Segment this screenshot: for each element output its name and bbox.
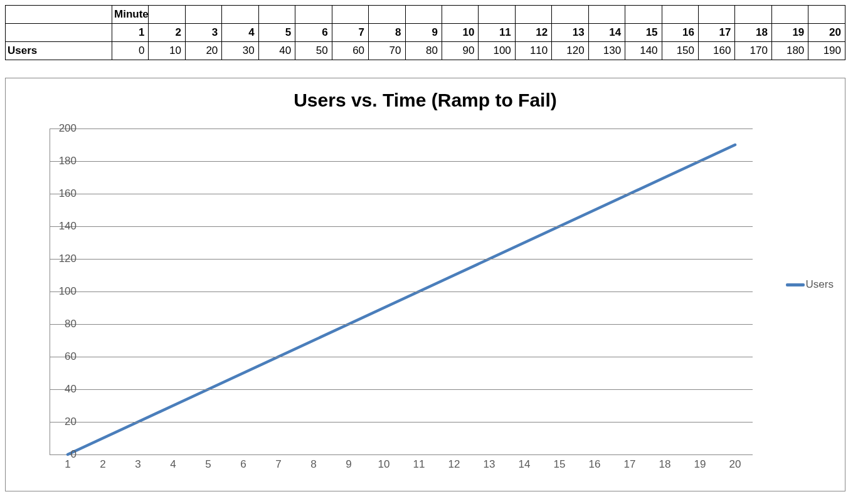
table-cell-minute: 16	[662, 24, 698, 42]
x-axis-tick: 8	[301, 458, 326, 471]
table-cell-users: 150	[662, 42, 698, 60]
x-axis-tick: 2	[90, 458, 115, 471]
table-cell-blank	[6, 24, 112, 42]
table-cell-users: 30	[222, 42, 258, 60]
x-axis-tick: 15	[547, 458, 572, 471]
table-cell-users: 90	[442, 42, 478, 60]
gridline	[50, 357, 753, 357]
x-axis-tick: 3	[125, 458, 151, 471]
table-cell-minute: 19	[771, 24, 808, 42]
table-cell-users: 10	[149, 42, 185, 60]
y-axis-tick: 80	[49, 318, 77, 330]
plot-wrap: 0204060801001201401601802001234567891011…	[19, 129, 760, 480]
chart-legend: Users	[786, 278, 834, 291]
table-cell-users: 80	[405, 42, 442, 60]
x-axis-tick: 18	[652, 458, 677, 471]
table-cell-users: 40	[258, 42, 295, 60]
gridline	[50, 194, 753, 194]
table-cell-minute: 9	[405, 24, 442, 42]
x-axis-tick: 14	[512, 458, 537, 471]
table-cell-users: 120	[552, 42, 588, 60]
table-cell-users: 160	[699, 42, 735, 60]
table-cell-minute: 18	[735, 24, 771, 42]
x-axis-tick: 13	[477, 458, 502, 471]
x-axis-tick: 16	[582, 458, 607, 471]
table-cell-users: 100	[479, 42, 515, 60]
gridline	[50, 161, 753, 162]
table-cell-users: 130	[588, 42, 625, 60]
table-cell-users: 190	[808, 42, 845, 60]
gridline	[50, 389, 753, 390]
table-cell-minute: 10	[442, 24, 478, 42]
table-row-label-users: Users	[6, 42, 112, 60]
y-axis-tick: 180	[49, 155, 77, 167]
table-cell-minute: 20	[808, 24, 845, 42]
table-cell-minute: 7	[332, 24, 368, 42]
table-cell-users: 170	[735, 42, 771, 60]
gridline	[50, 226, 753, 227]
legend-swatch	[786, 283, 805, 286]
x-axis-tick: 12	[442, 458, 467, 471]
y-axis-tick: 40	[49, 383, 77, 396]
plot-area: 0204060801001201401601802001234567891011…	[50, 129, 753, 455]
table-cell-users: 180	[771, 42, 808, 60]
table-cell-minute: 4	[222, 24, 258, 42]
gridline	[50, 129, 753, 129]
table-cell-minute: 12	[515, 24, 551, 42]
x-axis-tick: 17	[617, 458, 642, 471]
y-axis-tick: 120	[49, 253, 77, 265]
table-row: Minute	[6, 6, 845, 24]
table-row: Users 0102030405060708090100110120130140…	[6, 42, 845, 60]
table-cell-users: 110	[515, 42, 551, 60]
gridline	[50, 259, 753, 260]
x-axis-tick: 11	[406, 458, 432, 471]
y-axis-tick: 140	[49, 220, 77, 233]
table-cell-blank	[6, 6, 112, 24]
x-axis-tick: 9	[336, 458, 361, 471]
table-cell-users: 140	[625, 42, 662, 60]
gridline	[50, 324, 753, 325]
gridline	[50, 422, 753, 423]
y-axis-tick: 20	[49, 416, 77, 428]
gridline	[50, 291, 753, 292]
table-cell-minute: 14	[588, 24, 625, 42]
table-cell-users: 60	[332, 42, 368, 60]
table-header-minute: Minute	[112, 6, 149, 24]
table-cell-minute: 8	[369, 24, 405, 42]
table-cell-minute: 13	[552, 24, 588, 42]
table-cell-minute: 3	[185, 24, 221, 42]
x-axis-tick: 5	[196, 458, 221, 471]
legend-label: Users	[806, 278, 834, 291]
table-cell-minute: 1	[112, 24, 149, 42]
table-cell-minute: 15	[625, 24, 662, 42]
table-cell-minute: 6	[295, 24, 332, 42]
table-cell-users: 20	[185, 42, 221, 60]
table-cell-users: 0	[112, 42, 149, 60]
chart-container: Users vs. Time (Ramp to Fail) 0204060801…	[5, 78, 845, 491]
series-line-users	[68, 145, 735, 454]
x-axis-tick: 7	[266, 458, 291, 471]
table-cell-minute: 5	[258, 24, 295, 42]
y-axis-tick: 100	[49, 285, 77, 298]
chart-title: Users vs. Time (Ramp to Fail)	[6, 78, 845, 111]
table-cell-users: 70	[369, 42, 405, 60]
x-axis-tick: 6	[231, 458, 256, 471]
x-axis-tick: 1	[55, 458, 80, 471]
y-axis-tick: 60	[49, 350, 77, 363]
y-axis-tick: 160	[49, 187, 77, 200]
table-row: 1234567891011121314151617181920	[6, 24, 845, 42]
x-axis-tick: 19	[687, 458, 713, 471]
x-axis-tick: 20	[723, 458, 748, 471]
table-cell-minute: 11	[479, 24, 515, 42]
x-axis-tick: 10	[371, 458, 396, 471]
table-cell-minute: 2	[149, 24, 185, 42]
x-axis-tick: 4	[161, 458, 186, 471]
table-cell-minute: 17	[699, 24, 735, 42]
table-cell-users: 50	[295, 42, 332, 60]
data-table: Minute 1234567891011121314151617181920 U…	[5, 5, 845, 60]
y-axis-tick: 200	[49, 122, 77, 135]
